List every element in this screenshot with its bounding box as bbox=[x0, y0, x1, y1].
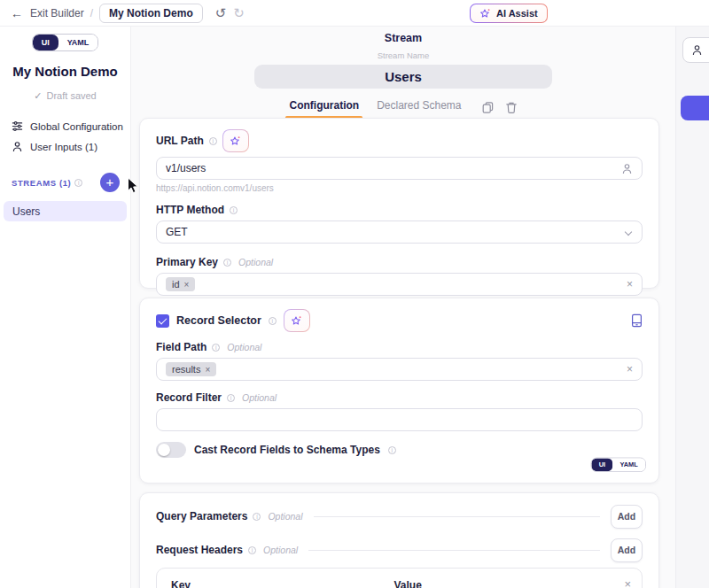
draft-status: ✓Draft saved bbox=[0, 90, 130, 102]
card-ui-yaml-toggle[interactable]: UI YAML bbox=[591, 458, 646, 472]
url-preview-text: https://api.notion.comv1/users bbox=[156, 183, 643, 193]
key-column-header: Key bbox=[171, 579, 382, 588]
record-filter-input-wrap bbox=[156, 408, 643, 431]
optional-label: Optional bbox=[263, 545, 298, 555]
record-selector-label: Record Selector bbox=[176, 314, 261, 327]
add-query-parameter-button[interactable]: Add bbox=[611, 505, 643, 529]
chip-remove-icon[interactable]: × bbox=[205, 365, 210, 375]
panel-title: Stream bbox=[132, 32, 674, 44]
request-options-card: Query Parameters i Optional Add Request … bbox=[139, 492, 659, 588]
connector-title: My Notion Demo bbox=[0, 64, 130, 79]
url-path-input[interactable] bbox=[166, 162, 621, 174]
info-icon: i bbox=[212, 344, 220, 352]
optional-label: Optional bbox=[268, 511, 302, 522]
sidebar-item-user-inputs[interactable]: User Inputs (1) bbox=[0, 136, 130, 157]
chevron-down-icon bbox=[625, 228, 632, 236]
request-header-row: × Key Value bbox=[156, 568, 643, 588]
testing-values-button[interactable] bbox=[682, 37, 709, 63]
info-icon: i bbox=[223, 259, 231, 267]
stream-config-panel: Stream Stream Name Configuration Declare… bbox=[132, 27, 674, 588]
undo-icon[interactable]: ↺ bbox=[215, 5, 227, 21]
top-bar: ← Exit Builder / My Notion Demo ↺ ↻ AI A… bbox=[0, 0, 709, 27]
ai-assist-button[interactable]: AI Assist bbox=[470, 4, 548, 23]
divider bbox=[314, 516, 600, 517]
add-stream-button[interactable]: + bbox=[100, 173, 120, 192]
trash-icon[interactable] bbox=[505, 101, 518, 114]
testing-panel-collapsed bbox=[675, 27, 709, 588]
exit-builder-link[interactable]: Exit Builder bbox=[30, 7, 84, 19]
redo-icon[interactable]: ↻ bbox=[233, 5, 245, 21]
tab-declared-schema[interactable]: Declared Schema bbox=[377, 99, 461, 115]
info-icon: i bbox=[74, 179, 82, 187]
url-path-input-wrap bbox=[156, 157, 643, 180]
query-parameters-label: Query Parameters bbox=[156, 510, 247, 522]
http-method-value: GET bbox=[166, 226, 188, 238]
primary-key-chip: id× bbox=[166, 277, 195, 291]
primary-key-input[interactable]: id× × bbox=[156, 273, 643, 296]
sidebar: UI YAML My Notion Demo ✓Draft saved Glob… bbox=[0, 27, 131, 588]
field-path-input[interactable]: results× × bbox=[156, 358, 643, 381]
back-arrow-icon[interactable]: ← bbox=[11, 6, 23, 20]
http-method-label: HTTP Method bbox=[156, 204, 224, 216]
info-icon: i bbox=[230, 206, 238, 214]
connector-builder-app: ← Exit Builder / My Notion Demo ↺ ↻ AI A… bbox=[0, 0, 709, 588]
primary-key-label: Primary Key bbox=[156, 256, 218, 268]
field-path-chip: results× bbox=[166, 362, 216, 376]
project-name-input[interactable]: My Notion Demo bbox=[99, 4, 203, 23]
info-icon: i bbox=[227, 394, 235, 402]
remove-header-icon[interactable]: × bbox=[624, 577, 631, 588]
http-method-select[interactable]: GET bbox=[156, 220, 643, 244]
tabs-row: Configuration Declared Schema bbox=[132, 99, 674, 115]
user-icon bbox=[691, 44, 703, 56]
info-icon: i bbox=[388, 446, 396, 454]
record-filter-input[interactable] bbox=[166, 414, 633, 426]
breadcrumb-separator: / bbox=[90, 7, 93, 19]
sliders-icon bbox=[12, 120, 23, 132]
stream-name-label: Stream Name bbox=[132, 50, 674, 60]
sidebar-item-label: Global Configuration bbox=[30, 121, 123, 132]
tab-configuration[interactable]: Configuration bbox=[289, 99, 359, 115]
field-path-label: Field Path bbox=[156, 341, 206, 353]
record-selector-card: Record Selector i Field Path i Opti bbox=[139, 298, 659, 484]
sidebar-stream-users[interactable]: Users bbox=[4, 201, 127, 221]
request-headers-label: Request Headers bbox=[156, 544, 243, 556]
cast-record-fields-label: Cast Record Fields to Schema Types bbox=[194, 444, 380, 456]
add-request-header-button[interactable]: Add bbox=[611, 538, 643, 562]
requester-card: URL Path i https://api.notion.comv1/u bbox=[139, 118, 659, 289]
info-icon: i bbox=[209, 137, 217, 145]
divider bbox=[308, 550, 600, 551]
sidebar-item-global-configuration[interactable]: Global Configuration bbox=[0, 116, 130, 136]
url-path-label: URL Path bbox=[156, 135, 204, 147]
check-icon: ✓ bbox=[34, 90, 42, 101]
info-icon: i bbox=[269, 317, 277, 325]
stream-name-input[interactable] bbox=[254, 65, 552, 89]
optional-label: Optional bbox=[227, 342, 261, 352]
cast-record-fields-toggle[interactable] bbox=[156, 442, 186, 458]
info-icon: i bbox=[253, 513, 261, 521]
yaml-toggle-option[interactable]: YAML bbox=[613, 458, 646, 471]
user-variable-icon[interactable] bbox=[621, 163, 633, 174]
sidebar-nav: Global Configuration User Inputs (1) bbox=[0, 116, 130, 157]
info-icon: i bbox=[248, 546, 256, 554]
ai-assist-label: AI Assist bbox=[496, 8, 538, 19]
docs-icon[interactable] bbox=[631, 313, 643, 328]
record-selector-ai-sparkle-button[interactable] bbox=[284, 309, 310, 332]
copy-icon[interactable] bbox=[481, 101, 495, 114]
record-selector-checkbox[interactable] bbox=[156, 314, 169, 328]
sparkle-star-icon bbox=[479, 8, 491, 19]
ui-toggle-option[interactable]: UI bbox=[33, 35, 58, 50]
sidebar-ui-yaml-toggle[interactable]: UI YAML bbox=[32, 34, 99, 51]
user-icon bbox=[12, 141, 23, 152]
streams-header-row: STREAMS (1) i + bbox=[12, 173, 120, 192]
yaml-toggle-option[interactable]: YAML bbox=[58, 35, 98, 50]
clear-field-icon[interactable]: × bbox=[627, 363, 633, 375]
tab-action-icons bbox=[481, 101, 518, 114]
chip-remove-icon[interactable]: × bbox=[184, 280, 190, 290]
optional-label: Optional bbox=[242, 392, 277, 403]
test-stream-button[interactable] bbox=[681, 96, 709, 120]
sidebar-item-label: User Inputs (1) bbox=[30, 142, 97, 152]
optional-label: Optional bbox=[238, 257, 273, 267]
clear-field-icon[interactable]: × bbox=[627, 278, 633, 290]
url-path-ai-sparkle-button[interactable] bbox=[222, 129, 249, 152]
ui-toggle-option[interactable]: UI bbox=[592, 458, 613, 471]
